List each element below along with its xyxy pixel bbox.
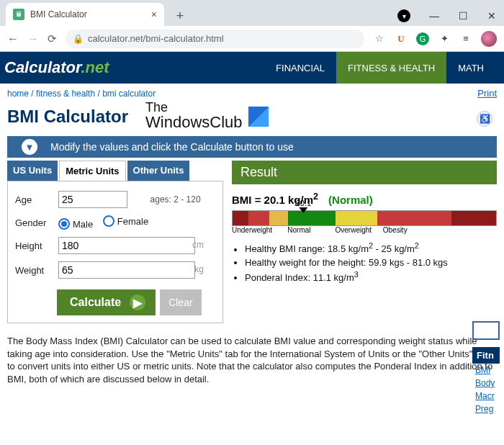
result-heading: Result	[232, 161, 497, 184]
tab-strip: 🖩 BMI Calculator × + ▾ — ☐ ✕	[0, 0, 504, 26]
gender-female-radio[interactable]: Female	[103, 215, 148, 227]
tab-other-units[interactable]: Other Units	[127, 161, 190, 181]
chevron-down-icon[interactable]: ▼	[22, 139, 37, 155]
heading-row: BMI Calculator The WindowsClub	[0, 100, 504, 136]
page-title: BMI Calculator	[7, 107, 128, 127]
profile-dot-icon[interactable]: ▾	[397, 9, 410, 22]
browser-chrome: 🖩 BMI Calculator × + ▾ — ☐ ✕ ← → ⟳ 🔒 cal…	[0, 0, 504, 52]
tab-favicon: 🖩	[13, 9, 24, 20]
age-hint: ages: 2 - 120	[149, 187, 217, 212]
gauge-label-normal: Normal	[287, 226, 335, 234]
result-bullets: Healthy BMI range: 18.5 kg/m2 - 25 kg/m2…	[245, 241, 497, 283]
gauge-label-overweight: Overweight	[336, 226, 383, 234]
rail-heading: Fitn	[472, 347, 500, 364]
rail-link-macro[interactable]: Macr	[472, 390, 500, 403]
bullet-ponderal: Ponderal Index: 11.1 kg/m3	[245, 270, 497, 283]
site-header: Calculator.net FINANCIAL FITNESS & HEALT…	[0, 52, 504, 84]
gender-label: Gender	[14, 212, 57, 233]
breadcrumb-row: home / fitness & health / bmi calculator…	[0, 84, 504, 100]
maximize-icon[interactable]: ☐	[458, 11, 468, 21]
crumb-home[interactable]: home	[7, 89, 29, 99]
ext-ublock-icon[interactable]: U	[395, 32, 408, 45]
right-rail: Fitn BMI Body Macr Preg	[472, 321, 500, 415]
bookmark-star-icon[interactable]: ☆	[373, 32, 386, 45]
gauge-label-underweight: Underweight	[232, 226, 287, 234]
instruction-bar: ▼ Modify the values and click the Calcul…	[7, 136, 497, 158]
height-unit: cm	[192, 240, 204, 250]
bmi-pointer: 20.1	[296, 199, 311, 213]
weight-label: Weight	[14, 258, 57, 282]
tab-title: BMI Calculator	[30, 9, 145, 19]
calculate-button[interactable]: Calculate ▶	[57, 289, 156, 315]
nav-fitness-health[interactable]: FITNESS & HEALTH	[336, 52, 446, 84]
crumb-fitness[interactable]: fitness & health	[36, 89, 95, 99]
tab-metric-units[interactable]: Metric Units	[59, 161, 125, 181]
height-input[interactable]	[58, 237, 195, 254]
clear-button[interactable]: Clear	[160, 289, 201, 315]
result-column: Result BMI = 20.1 kg/m2 (Normal) 20.1 Un…	[232, 161, 497, 323]
nav-math[interactable]: MATH	[446, 52, 495, 84]
input-column: US Units Metric Units Other Units Age ag…	[7, 161, 223, 323]
unit-tabs: US Units Metric Units Other Units	[7, 161, 223, 181]
rail-link-preg[interactable]: Preg	[472, 403, 500, 415]
play-icon: ▶	[130, 295, 145, 310]
close-window-icon[interactable]: ✕	[487, 11, 497, 21]
new-tab-button[interactable]: +	[170, 6, 190, 26]
extensions-icon[interactable]: ✦	[438, 32, 451, 45]
form-box: Age ages: 2 - 120 Gender Male Female Hei…	[7, 181, 223, 323]
window-controls: ▾ — ☐ ✕	[390, 6, 504, 26]
accessibility-badge-icon[interactable]: ♿	[477, 111, 492, 127]
nav-financial[interactable]: FINANCIAL	[264, 52, 336, 84]
ext-grammarly-icon[interactable]: G	[416, 32, 429, 45]
reading-list-icon[interactable]: ≡	[459, 32, 472, 45]
breadcrumb: home / fitness & health / bmi calculator	[7, 89, 156, 99]
bmi-gauge: 20.1 Underweight Normal Overweight Obesi…	[232, 210, 497, 234]
bmi-readout: BMI = 20.1 kg/m2 (Normal)	[232, 192, 497, 206]
crumb-bmi[interactable]: bmi calculator	[102, 89, 156, 99]
lock-icon: 🔒	[73, 34, 84, 44]
print-link[interactable]: Print	[477, 88, 497, 99]
site-logo[interactable]: Calculator.net	[4, 58, 109, 77]
age-input[interactable]	[58, 191, 127, 208]
height-label: Height	[14, 233, 57, 258]
instruction-text: Modify the values and click the Calculat…	[50, 141, 294, 153]
gender-male-radio[interactable]: Male	[58, 218, 93, 230]
close-tab-icon[interactable]: ×	[151, 9, 157, 20]
weight-unit: kg	[194, 264, 204, 274]
overlay-watermark: The WindowsClub	[145, 102, 269, 132]
main-nav: FINANCIAL FITNESS & HEALTH MATH	[264, 52, 495, 84]
address-bar: ← → ⟳ 🔒 calculator.net/bmi-calculator.ht…	[0, 26, 504, 52]
bullet-healthy-weight: Healthy weight for the height: 59.9 kgs …	[245, 257, 497, 268]
back-button[interactable]: ←	[7, 32, 19, 45]
rail-box[interactable]	[472, 321, 500, 340]
rail-link-body[interactable]: Body	[472, 377, 500, 390]
tab-us-units[interactable]: US Units	[7, 161, 58, 181]
rail-link-bmi[interactable]: BMI	[472, 364, 500, 377]
age-label: Age	[14, 187, 57, 212]
url-text: calculator.net/bmi-calculator.html	[88, 33, 224, 44]
reload-button[interactable]: ⟳	[48, 32, 57, 45]
forward-button[interactable]: →	[27, 32, 39, 45]
description-text: The Body Mass Index (BMI) Calculator can…	[0, 331, 504, 390]
windowsclub-square-icon	[248, 107, 269, 127]
browser-tab[interactable]: 🖩 BMI Calculator ×	[6, 3, 164, 26]
bmi-category: (Normal)	[328, 194, 373, 206]
profile-avatar[interactable]	[481, 31, 497, 47]
minimize-icon[interactable]: —	[429, 11, 439, 21]
gauge-label-obesity: Obesity	[383, 226, 408, 234]
url-field[interactable]: 🔒 calculator.net/bmi-calculator.html	[66, 30, 364, 48]
bullet-healthy-range: Healthy BMI range: 18.5 kg/m2 - 25 kg/m2	[245, 241, 497, 254]
weight-input[interactable]	[58, 261, 195, 279]
